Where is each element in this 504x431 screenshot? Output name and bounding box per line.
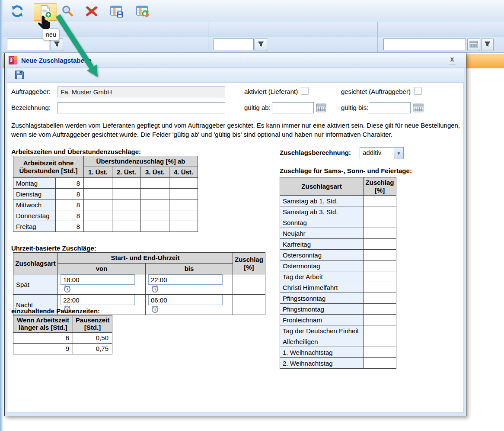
table-row: Mittwoch 8 (13, 199, 198, 210)
table-row: Spät (13, 274, 265, 295)
table-row: Montag 8 (13, 178, 198, 189)
table-import-button[interactable] (134, 3, 151, 20)
hours-cell[interactable]: 8 (56, 210, 84, 221)
holiday-zuschlag-cell[interactable] (364, 325, 396, 336)
holiday-label: Ostersonntag (280, 250, 364, 261)
uest-cell[interactable] (169, 189, 198, 199)
gesichtet-checkbox[interactable] (414, 87, 422, 95)
pause-time-cell[interactable]: 0,50 (73, 332, 112, 343)
filter-input-erstellt-am[interactable] (383, 39, 466, 50)
holiday-zuschlag-cell[interactable] (364, 336, 396, 347)
table-row: Donnerstag 8 (13, 210, 198, 221)
uest-cell[interactable] (112, 189, 141, 199)
pause-col1: Wenn Arbeitszeit länger als [Std.] (13, 315, 73, 333)
uest-cell[interactable] (84, 178, 112, 189)
uest-cell[interactable] (141, 189, 169, 199)
holiday-zuschlag-cell[interactable] (364, 250, 396, 261)
uest-cell[interactable] (112, 178, 141, 189)
holiday-zuschlag-cell[interactable] (364, 347, 396, 358)
save-button[interactable] (15, 70, 24, 81)
holiday-zuschlag-cell[interactable] (364, 304, 396, 315)
hours-cell[interactable]: 8 (56, 221, 84, 232)
holiday-zuschlag-cell[interactable] (364, 261, 396, 271)
pause-hours-cell[interactable]: 9 (13, 343, 73, 354)
holiday-zuschlag-cell[interactable] (364, 271, 396, 282)
cursor-hand-icon (37, 15, 53, 33)
uest-cell[interactable] (169, 221, 198, 232)
bis-time-field[interactable] (148, 274, 223, 285)
holiday-zuschlag-cell[interactable] (364, 282, 396, 293)
holiday-zuschlag-cell[interactable] (364, 293, 396, 304)
holiday-label: Samstag ab 3. Std. (280, 206, 364, 217)
holiday-zuschlag-cell[interactable] (364, 196, 396, 206)
calc-dropdown[interactable]: additiv ▼ (360, 147, 404, 159)
von-time-field[interactable] (61, 295, 135, 305)
uest-cell[interactable] (141, 210, 169, 221)
pause-time-cell[interactable]: 0,75 (73, 343, 112, 354)
gesichtet-label: gesichtet (Auftraggeber) (341, 88, 411, 95)
hours-cell[interactable]: 8 (56, 189, 84, 199)
uest-cell[interactable] (112, 221, 141, 232)
zuschlag-cell[interactable] (233, 295, 265, 315)
clock-icon[interactable] (63, 285, 71, 294)
hours-cell[interactable]: 8 (56, 178, 84, 189)
screen: { "toolbar": { "tooltip_neu": "neu", "bu… (0, 0, 504, 431)
clock-icon[interactable] (151, 285, 159, 294)
gueltig-ab-field[interactable] (272, 102, 314, 113)
aktiviert-label: aktiviert (Lieferant) (244, 88, 298, 95)
refresh-icon (11, 5, 24, 19)
bezeichnung-field[interactable] (57, 102, 225, 113)
calendar-icon (469, 40, 478, 49)
table-row: Dienstag 8 (13, 189, 198, 199)
bis-time-field[interactable] (148, 295, 223, 305)
uest-cell[interactable] (141, 221, 169, 232)
holiday-label: Pfingstsonntag (280, 293, 364, 304)
zuschlag-cell[interactable] (233, 274, 265, 295)
close-icon[interactable]: x (448, 55, 456, 64)
refresh-button[interactable] (9, 3, 26, 20)
clock-icon[interactable] (151, 305, 159, 315)
holiday-label: Christi Himmelfahrt (280, 282, 364, 293)
app-logo-icon: F (9, 56, 17, 64)
holiday-zuschlag-cell[interactable] (364, 228, 396, 239)
uest-cell[interactable] (169, 210, 198, 221)
auftraggeber-field[interactable] (57, 86, 225, 97)
holiday-zuschlag-cell[interactable] (364, 217, 396, 228)
uest-cell[interactable] (169, 199, 198, 210)
hours-cell[interactable]: 8 (56, 199, 84, 210)
uest-cell[interactable] (141, 178, 169, 189)
uest-cell[interactable] (84, 199, 112, 210)
table-row: Pfingstmontag (280, 304, 396, 315)
filter-input-bezeichnung[interactable] (214, 39, 254, 50)
aktiviert-checkbox[interactable] (301, 87, 309, 95)
holiday-zuschlag-cell[interactable] (364, 358, 396, 369)
calendar-icon[interactable] (413, 103, 424, 113)
chevron-down-icon[interactable]: ▼ (394, 148, 403, 159)
calendar-icon[interactable] (316, 103, 326, 113)
holiday-zuschlag-cell[interactable] (364, 206, 396, 217)
table-row: Pfingstsonntag (280, 293, 396, 304)
table-import-icon (136, 4, 150, 19)
gueltig-bis-field[interactable] (369, 102, 411, 113)
filter-funnel-button-erstellt-am[interactable] (481, 38, 494, 51)
filter-funnel-button-bezeichnung[interactable] (255, 38, 267, 51)
uest-cell[interactable] (112, 210, 141, 221)
filter-calendar-button[interactable] (467, 38, 480, 51)
filter-input-auftraggeber[interactable] (7, 39, 49, 50)
pause-table: Wenn Arbeitszeit länger als [Std.] Pause… (13, 315, 112, 354)
uest-cell[interactable] (84, 210, 112, 221)
table-row: 6 0,50 (13, 332, 112, 343)
von-time-field[interactable] (61, 274, 135, 285)
holiday-zuschlag-cell[interactable] (364, 239, 396, 250)
uest-cell[interactable] (84, 189, 112, 199)
uest-cell[interactable] (169, 178, 198, 189)
uest-cell[interactable] (112, 199, 141, 210)
timetable-col-art: Zuschlagsart (13, 253, 58, 274)
funnel-icon (258, 41, 264, 48)
holiday-label: 2. Weihnachtstag (280, 358, 364, 369)
pause-hours-cell[interactable]: 6 (13, 332, 73, 343)
holiday-zuschlag-cell[interactable] (364, 315, 396, 325)
table-row: Fronleichnam (280, 315, 396, 325)
uest-cell[interactable] (84, 221, 112, 232)
uest-cell[interactable] (141, 199, 169, 210)
